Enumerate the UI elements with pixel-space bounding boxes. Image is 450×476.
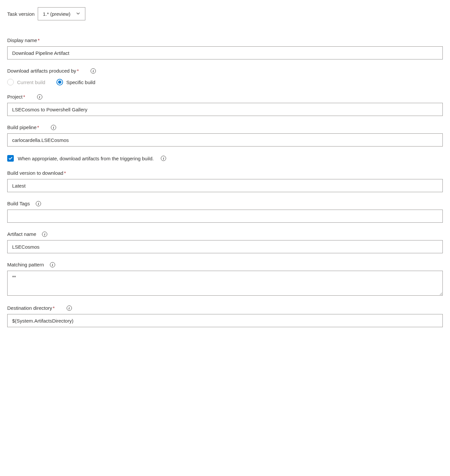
download-produced-by-field: Download artifacts produced by* i Curren… — [7, 68, 443, 85]
download-produced-by-label: Download artifacts produced by* — [7, 68, 79, 74]
info-icon[interactable]: i — [36, 201, 41, 206]
radio-specific-build-label: Specific build — [66, 79, 95, 85]
info-icon[interactable]: i — [91, 68, 96, 74]
build-version-input[interactable] — [7, 179, 443, 192]
radio-circle-selected — [56, 79, 63, 85]
build-pipeline-input[interactable] — [7, 133, 443, 147]
build-tags-label: Build Tags — [7, 201, 30, 206]
build-tags-field: Build Tags i — [7, 201, 443, 223]
triggering-build-checkbox[interactable] — [7, 155, 14, 162]
info-icon[interactable]: i — [37, 94, 42, 100]
download-produced-by-radio-group: Current build Specific build — [7, 79, 443, 85]
destination-directory-field: Destination directory* i — [7, 305, 443, 327]
display-name-input[interactable] — [7, 46, 443, 59]
display-name-label: Display name* — [7, 37, 40, 43]
destination-directory-input[interactable] — [7, 314, 443, 327]
task-version-dropdown[interactable]: 1.* (preview) — [38, 7, 85, 20]
project-label: Project* — [7, 94, 25, 100]
artifact-name-input[interactable] — [7, 240, 443, 253]
info-icon[interactable]: i — [67, 306, 72, 311]
radio-current-build-label: Current build — [17, 79, 45, 85]
matching-pattern-field: Matching pattern i — [7, 262, 443, 297]
info-icon[interactable]: i — [42, 232, 47, 237]
triggering-build-checkbox-label: When appropriate, download artifacts fro… — [18, 156, 154, 161]
artifact-name-label: Artifact name — [7, 231, 36, 237]
radio-circle-unselected — [7, 79, 14, 85]
build-version-label: Build version to download* — [7, 170, 66, 176]
display-name-field: Display name* — [7, 37, 443, 59]
destination-directory-label: Destination directory* — [7, 305, 55, 311]
artifact-name-field: Artifact name i — [7, 231, 443, 253]
radio-specific-build[interactable]: Specific build — [56, 79, 95, 85]
build-tags-input[interactable] — [7, 210, 443, 223]
chevron-down-icon — [76, 11, 80, 17]
build-pipeline-field: Build pipeline* i — [7, 125, 443, 147]
info-icon[interactable]: i — [161, 156, 166, 161]
build-pipeline-label: Build pipeline* — [7, 125, 39, 130]
task-version-row: Task version 1.* (preview) — [7, 7, 443, 20]
project-input[interactable] — [7, 103, 443, 116]
build-version-field: Build version to download* — [7, 170, 443, 192]
radio-current-build[interactable]: Current build — [7, 79, 45, 85]
task-version-value: 1.* (preview) — [43, 11, 70, 17]
matching-pattern-input[interactable] — [7, 271, 443, 296]
task-version-label: Task version — [7, 11, 34, 17]
project-field: Project* i — [7, 94, 443, 116]
info-icon[interactable]: i — [51, 125, 56, 130]
triggering-build-checkbox-row: When appropriate, download artifacts fro… — [7, 155, 443, 162]
info-icon[interactable]: i — [50, 262, 55, 267]
matching-pattern-label: Matching pattern — [7, 262, 44, 267]
